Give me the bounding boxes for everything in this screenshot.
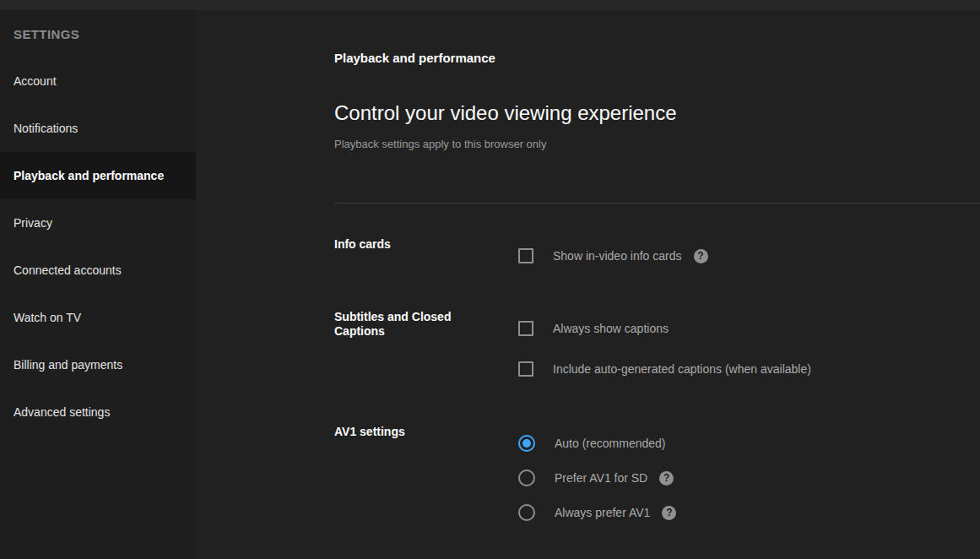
sidebar-item-account[interactable]: Account [0, 57, 196, 105]
top-bar [0, 0, 980, 10]
show-in-video-info-cards-checkbox[interactable] [518, 248, 533, 263]
page-heading: Control your video viewing experience [334, 101, 980, 125]
section-label-info-cards: Info cards [334, 237, 518, 252]
section-subtitles: Subtitles and Closed Captions Always sho… [334, 310, 980, 383]
sidebar-title: SETTINGS [0, 10, 196, 57]
sidebar-item-connected-accounts[interactable]: Connected accounts [0, 247, 196, 294]
section-info-cards: Info cards Show in-video info cards ? [334, 237, 980, 270]
option-row-av1-prefer-sd: Prefer AV1 for SD ? [518, 464, 676, 492]
section-divider [334, 203, 980, 204]
show-in-video-info-cards-label[interactable]: Show in-video info cards [553, 248, 682, 263]
section-av1-settings: AV1 settings Auto (recommended) Prefer A… [334, 425, 980, 527]
av1-auto-label[interactable]: Auto (recommended) [555, 436, 666, 451]
settings-main-panel: Playback and performance Control your vi… [196, 10, 980, 559]
auto-generated-captions-label[interactable]: Include auto-generated captions (when av… [553, 361, 811, 377]
option-row-av1-always-prefer: Always prefer AV1 ? [518, 498, 676, 527]
always-show-captions-checkbox[interactable] [518, 321, 533, 336]
option-row-auto-generated-captions: Include auto-generated captions (when av… [518, 355, 811, 383]
section-label-av1-settings: AV1 settings [334, 425, 518, 439]
option-row-show-in-video-info-cards: Show in-video info cards ? [518, 242, 708, 270]
help-icon[interactable]: ? [659, 471, 674, 486]
av1-prefer-sd-radio[interactable] [518, 469, 535, 486]
sidebar-item-billing-and-payments[interactable]: Billing and payments [0, 341, 196, 388]
auto-generated-captions-checkbox[interactable] [518, 361, 533, 377]
always-show-captions-label[interactable]: Always show captions [553, 321, 669, 336]
sidebar-item-playback-and-performance[interactable]: Playback and performance [0, 152, 196, 199]
sidebar-item-watch-on-tv[interactable]: Watch on TV [0, 294, 196, 341]
help-icon[interactable]: ? [662, 506, 676, 520]
av1-prefer-sd-label[interactable]: Prefer AV1 for SD [555, 470, 647, 486]
sidebar-item-privacy[interactable]: Privacy [0, 199, 196, 247]
settings-sidebar: SETTINGS Account Notifications Playback … [0, 10, 196, 559]
av1-always-prefer-label[interactable]: Always prefer AV1 [555, 505, 650, 520]
section-label-subtitles: Subtitles and Closed Captions [334, 310, 518, 339]
av1-auto-radio[interactable] [518, 435, 535, 452]
page-category-title: Playback and performance [334, 10, 980, 66]
av1-always-prefer-radio[interactable] [518, 504, 535, 521]
sidebar-item-notifications[interactable]: Notifications [0, 105, 196, 152]
option-row-always-show-captions: Always show captions [518, 314, 811, 343]
help-icon[interactable]: ? [694, 249, 708, 263]
page-subheading: Playback settings apply to this browser … [334, 138, 980, 151]
sidebar-item-advanced-settings[interactable]: Advanced settings [0, 388, 196, 436]
option-row-av1-auto: Auto (recommended) [518, 429, 676, 458]
